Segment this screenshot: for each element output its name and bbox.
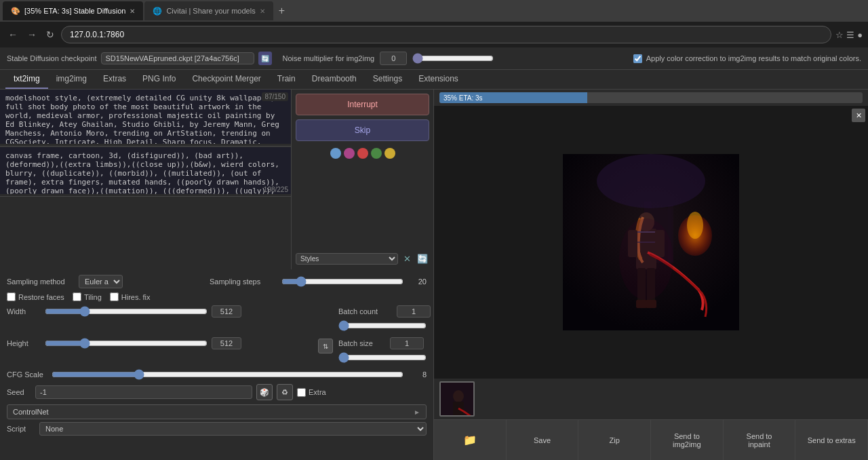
tab-train[interactable]: Train: [269, 70, 304, 89]
batch-count-row: Batch count: [338, 305, 427, 318]
right-panel: 35% ETA: 3s ✕: [434, 90, 868, 460]
prompt-wrapper: modelshoot style, (extremely detailed CG…: [0, 90, 433, 269]
batch-count-label: Batch count: [338, 307, 393, 315]
progress-bar-area: 35% ETA: 3s: [434, 90, 868, 106]
zip-button[interactable]: Zip: [578, 420, 651, 460]
skip-button[interactable]: Skip: [296, 119, 429, 141]
style-dot-1[interactable]: [330, 148, 341, 159]
script-select[interactable]: None: [39, 422, 427, 436]
neg-counter: 198/225: [264, 186, 288, 193]
seed-dice-button[interactable]: 🎲: [256, 384, 273, 400]
send-to-extras-button[interactable]: Send to extras: [795, 420, 868, 460]
tab-close-1[interactable]: ✕: [260, 7, 265, 15]
style-dot-5[interactable]: [384, 148, 395, 159]
width-input[interactable]: [212, 305, 241, 318]
styles-select[interactable]: Styles: [296, 253, 398, 265]
neg-prompt-textarea[interactable]: canvas frame, cartoon, 3d, (disfigured))…: [0, 147, 291, 194]
sampling-method-label: Sampling method: [7, 277, 75, 286]
seed-input[interactable]: [35, 385, 252, 399]
sampling-steps-label: Sampling steps: [210, 277, 277, 286]
tab-png-info[interactable]: PNG Info: [134, 70, 184, 89]
checkpoint-select[interactable]: SD15NewVAEpruned.ckpt [27a4ac756c]: [101, 52, 254, 64]
sampling-method-select[interactable]: Euler a: [79, 275, 123, 288]
prompt-textarea[interactable]: modelshoot style, (extremely detailed CG…: [0, 90, 291, 144]
extensions-button[interactable]: ☰: [846, 30, 854, 40]
tab-civitai[interactable]: 🌐 Civitai | Share your models ✕: [144, 1, 273, 20]
svg-rect-14: [646, 300, 656, 308]
height-input[interactable]: [212, 337, 241, 349]
styles-apply-button[interactable]: ✕: [400, 252, 414, 265]
forward-button[interactable]: →: [24, 28, 39, 41]
sampling-row: Sampling method Euler a Sampling steps 2…: [7, 275, 427, 288]
address-bar[interactable]: [61, 26, 831, 43]
controlnet-section[interactable]: ControlNet ►: [7, 404, 427, 419]
width-label: Width: [7, 307, 41, 315]
height-slider[interactable]: [45, 338, 208, 349]
content: modelshoot style, (extremely detailed CG…: [0, 90, 868, 460]
close-image-button[interactable]: ✕: [852, 109, 865, 122]
tab-label-0: [35% ETA: 3s] Stable Diffusion: [24, 7, 125, 15]
styles-refresh-button[interactable]: 🔄: [416, 252, 429, 265]
batch-size-row: Batch size: [338, 337, 427, 349]
nav-bar: ← → ↻ ☆ ☰ ●: [0, 22, 868, 47]
send-to-inpaint-button[interactable]: Send toinpaint: [724, 420, 796, 460]
sampling-steps-slider[interactable]: [281, 276, 403, 287]
restore-faces-label[interactable]: Restore faces: [7, 292, 64, 301]
new-tab-button[interactable]: +: [275, 5, 289, 17]
back-button[interactable]: ←: [5, 28, 20, 41]
tab-stable-diffusion[interactable]: 🎨 [35% ETA: 3s] Stable Diffusion ✕: [3, 1, 143, 20]
tab-extensions[interactable]: Extensions: [410, 70, 467, 89]
thumbnail-0[interactable]: [439, 381, 475, 417]
app: Stable Diffusion checkpoint SD15NewVAEpr…: [0, 47, 868, 460]
swap-dimensions-button[interactable]: ⇅: [318, 339, 333, 353]
tab-close-0[interactable]: ✕: [130, 7, 135, 15]
save-button[interactable]: Save: [507, 420, 579, 460]
prompt-right-panel: Interrupt Skip Styles: [291, 90, 433, 269]
generated-image: [563, 154, 739, 330]
tab-settings[interactable]: Settings: [365, 70, 410, 89]
color-dots: [296, 148, 429, 159]
interrupt-button[interactable]: Interrupt: [296, 94, 429, 115]
color-correction-checkbox[interactable]: [633, 54, 642, 63]
extra-seed-checkbox[interactable]: [297, 388, 306, 397]
svg-point-15: [619, 218, 673, 300]
svg-point-5: [687, 212, 703, 239]
batchcount-col: Batch count: [338, 305, 427, 333]
tab-dreambooth[interactable]: Dreambooth: [304, 70, 365, 89]
tab-checkpoint-merger[interactable]: Checkpoint Merger: [184, 70, 269, 89]
send-to-img2img-button[interactable]: Send toimg2img: [651, 420, 724, 460]
extra-seed-label[interactable]: Extra: [297, 388, 326, 397]
reload-button[interactable]: ↻: [43, 28, 57, 41]
controls-area: Sampling method Euler a Sampling steps 2…: [0, 269, 433, 460]
folder-button[interactable]: 📁: [434, 420, 507, 460]
style-dot-2[interactable]: [344, 148, 355, 159]
noise-input[interactable]: [380, 52, 407, 65]
tab-txt2img[interactable]: txt2img: [5, 70, 48, 89]
star-button[interactable]: ☆: [835, 30, 844, 40]
controlnet-arrow: ►: [414, 408, 420, 416]
batch-count-slider[interactable]: [338, 320, 427, 331]
checkpoint-refresh-button[interactable]: 🔄: [258, 52, 272, 65]
style-dot-4[interactable]: [371, 148, 382, 159]
seed-recycle-button[interactable]: ♻: [277, 384, 293, 400]
batch-size-slider-row: [338, 352, 427, 365]
height-label: Height: [7, 339, 41, 347]
noise-slider[interactable]: [412, 53, 494, 64]
tab-img2img[interactable]: img2img: [48, 70, 95, 89]
tiling-label[interactable]: Tiling: [73, 292, 102, 301]
script-label: Script: [7, 425, 34, 433]
tab-extras[interactable]: Extras: [95, 70, 134, 89]
width-slider[interactable]: [45, 306, 208, 317]
restore-faces-checkbox[interactable]: [7, 292, 16, 301]
batch-count-slider-row: [338, 320, 427, 333]
batch-size-slider[interactable]: [338, 352, 427, 363]
profile-button[interactable]: ●: [857, 30, 863, 40]
cfg-scale-slider[interactable]: [52, 369, 403, 380]
style-dot-3[interactable]: [357, 148, 368, 159]
browser-chrome: 🎨 [35% ETA: 3s] Stable Diffusion ✕ 🌐 Civ…: [0, 0, 868, 47]
hires-fix-checkbox[interactable]: [110, 292, 119, 301]
hires-fix-label[interactable]: Hires. fix: [110, 292, 151, 301]
batch-size-input[interactable]: [390, 337, 424, 349]
batch-count-input[interactable]: [397, 305, 431, 318]
tiling-checkbox[interactable]: [73, 292, 81, 301]
